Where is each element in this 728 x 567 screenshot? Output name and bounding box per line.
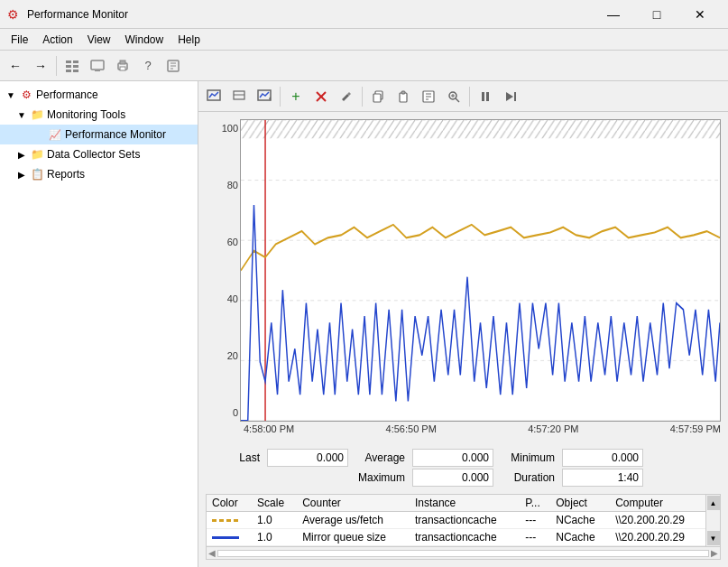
sidebar-item-performance-monitor[interactable]: 📈 Performance Monitor [0, 125, 198, 144]
average-value [412, 449, 493, 467]
minimize-button[interactable]: — [593, 3, 634, 26]
sidebar-label-monitoring-tools: Monitoring Tools [47, 108, 125, 121]
y-label-20: 20 [207, 350, 238, 361]
sidebar-label-performance: Performance [36, 88, 98, 101]
minimum-label: Minimum [501, 451, 555, 464]
separator-4 [469, 87, 470, 107]
minimum-value [562, 449, 643, 467]
time-label-4: 4:57:59 PM [670, 423, 721, 434]
reports-icon: 📋 [29, 167, 45, 181]
separator-3 [362, 87, 363, 107]
stats-row-1: Last Average Minimum [206, 449, 721, 467]
next-button[interactable] [499, 85, 522, 108]
svg-rect-0 [66, 60, 71, 63]
monitoring-tools-icon: 📁 [29, 107, 45, 122]
col-header-object: Object [550, 495, 610, 512]
duration-label: Duration [501, 471, 555, 484]
table-scroll-area: Color Scale Counter Instance P... Object… [207, 495, 705, 546]
counter-scale-cell: 1.0 [252, 512, 297, 529]
menu-window[interactable]: Window [118, 29, 171, 50]
counter-instance-cell: transactioncache [410, 512, 520, 529]
zoom-button[interactable] [442, 85, 465, 108]
horizontal-scrollbar[interactable]: ◀ ▶ [207, 546, 720, 559]
properties-counter-button[interactable] [417, 85, 440, 108]
print-button[interactable] [111, 54, 134, 78]
counter-table-container: Color Scale Counter Instance P... Object… [206, 494, 721, 560]
expand-icon-reports: ▶ [14, 170, 29, 180]
title-bar: ⚙ Performance Monitor — □ ✕ [0, 0, 728, 29]
counter-color-cell [207, 512, 252, 529]
col-header-p: P... [520, 495, 550, 512]
show-tree-button[interactable] [60, 54, 84, 78]
sidebar-item-monitoring-tools[interactable]: ▼ 📁 Monitoring Tools [0, 105, 198, 125]
add-counter-button[interactable]: + [284, 85, 308, 108]
counter-instance-cell: transactioncache [410, 529, 520, 546]
svg-line-31 [456, 98, 459, 102]
options-button[interactable] [253, 85, 276, 108]
chart-container [240, 119, 721, 422]
menu-file[interactable]: File [4, 29, 35, 50]
main-toolbar: ← → ? [0, 51, 728, 81]
svg-rect-3 [73, 65, 78, 68]
svg-rect-25 [401, 91, 405, 94]
back-button[interactable]: ← [4, 54, 27, 78]
menu-action[interactable]: Action [35, 29, 79, 50]
forward-button[interactable]: → [29, 54, 52, 78]
window-controls: — □ ✕ [593, 3, 721, 26]
help-button[interactable]: ? [136, 54, 160, 78]
copy-button[interactable] [366, 85, 390, 108]
chart-wrapper: 100 80 60 40 20 0 [206, 119, 721, 422]
table-wrapper: Color Scale Counter Instance P... Object… [207, 495, 720, 546]
y-label-100: 100 [207, 123, 238, 134]
maximize-button[interactable]: □ [636, 3, 677, 26]
y-axis: 100 80 60 40 20 0 [206, 119, 240, 422]
separator-2 [280, 87, 281, 107]
separator [56, 56, 57, 76]
col-header-counter: Counter [297, 495, 410, 512]
stats-row-2: Maximum Duration [206, 469, 721, 487]
counter-object-cell: NCache [550, 529, 610, 546]
svg-marker-36 [506, 92, 513, 101]
y-label-80: 80 [207, 180, 238, 191]
counter-computer-cell: \\20.200.20.29 [610, 529, 705, 546]
delete-counter-button[interactable] [309, 85, 333, 108]
svg-rect-37 [514, 92, 516, 101]
col-header-scale: Scale [252, 495, 297, 512]
chart-area: 100 80 60 40 20 0 [198, 112, 728, 445]
menu-view[interactable]: View [80, 29, 118, 50]
sidebar-label-reports: Reports [47, 168, 85, 181]
properties-button[interactable] [161, 54, 185, 78]
menu-help[interactable]: Help [170, 29, 207, 50]
counter-counter-cell: Average us/fetch [297, 512, 410, 529]
sidebar-item-reports[interactable]: ▶ 📋 Reports [0, 164, 198, 184]
time-label-2: 4:56:50 PM [386, 423, 437, 434]
sidebar-item-performance[interactable]: ▼ ⚙ Performance [0, 85, 198, 105]
counter-computer-cell: \\20.200.20.29 [610, 512, 705, 529]
sidebar-label-performance-monitor: Performance Monitor [65, 128, 166, 141]
close-button[interactable]: ✕ [679, 3, 721, 26]
performance-icon: ⚙ [18, 88, 34, 102]
menu-bar: File Action View Window Help [0, 29, 728, 51]
y-label-60: 60 [207, 237, 238, 247]
counter-counter-cell: Mirror queue size [297, 529, 410, 546]
table-row[interactable]: 1.0Mirror queue sizetransactioncache---N… [207, 529, 705, 546]
counter-p-cell: --- [520, 512, 550, 529]
chart-view-button[interactable] [202, 85, 226, 108]
counter-color-cell [207, 529, 252, 546]
edit-counter-button[interactable] [335, 85, 358, 108]
time-label-1: 4:58:00 PM [244, 423, 294, 434]
pause-button[interactable] [474, 85, 497, 108]
table-row[interactable]: 1.0Average us/fetchtransactioncache---NC… [207, 512, 705, 529]
col-header-instance: Instance [410, 495, 520, 512]
sidebar-label-data-collector-sets: Data Collector Sets [47, 148, 140, 161]
paste-button[interactable] [392, 85, 415, 108]
svg-rect-10 [120, 67, 125, 70]
sidebar-item-data-collector-sets[interactable]: ▶ 📁 Data Collector Sets [0, 144, 198, 164]
monitor-button[interactable] [86, 54, 109, 78]
col-header-color: Color [207, 495, 252, 512]
data-collector-icon: 📁 [29, 147, 45, 162]
vertical-scrollbar[interactable]: ▲ ▼ [705, 495, 720, 546]
freeze-button[interactable] [227, 85, 251, 108]
chart-toolbar: + [198, 81, 728, 112]
app-icon: ⚙ [7, 7, 22, 22]
